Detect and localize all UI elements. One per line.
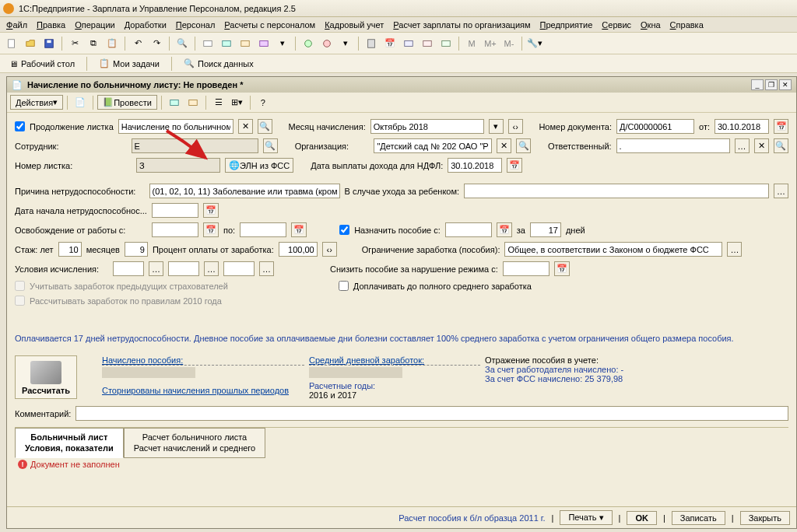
reason-field[interactable] [149,184,340,198]
print-button[interactable]: Печать ▾ [560,510,612,525]
menu-enterprise[interactable]: Предприятие [540,20,593,30]
reduce-field[interactable] [503,261,549,276]
tb-mminus[interactable]: M- [500,35,518,52]
maximize-button[interactable]: ❐ [765,79,778,90]
cond2-more[interactable]: … [204,261,219,276]
menu-edit[interactable]: Правка [37,20,65,30]
actions-dropdown[interactable]: Действия ▾ [10,95,63,110]
tb-a5[interactable]: ▾ [274,35,291,52]
responsible-lookup[interactable]: 🔍 [774,138,788,153]
tb-b1[interactable] [300,35,317,52]
tb-a3[interactable] [237,35,254,52]
tb-cut[interactable]: ✂ [66,35,83,52]
employee-lookup[interactable]: 🔍 [263,138,278,153]
menu-addons[interactable]: Доработки [125,20,167,30]
release-to-field[interactable] [240,222,286,237]
tb-tree[interactable]: ⊞▾ [229,94,246,111]
tb-d1[interactable] [166,94,183,111]
tb-paste[interactable]: 📋 [104,35,121,52]
month-field[interactable] [370,119,484,134]
cond3-more[interactable]: … [259,261,274,276]
month-dropdown[interactable]: ▾ [489,119,504,134]
reduce-cal[interactable]: 📅 [554,261,570,276]
tab-calculation[interactable]: Расчет больничного листа Расчет начислен… [124,428,266,458]
tab-tasks[interactable]: 📋Мои задачи [93,57,166,70]
org-field[interactable] [374,138,492,153]
eln-button[interactable]: 🌐 ЭЛН из ФСС [225,158,293,173]
stazh-years-field[interactable] [58,242,82,257]
release-from-cal[interactable]: 📅 [203,222,219,237]
release-from-field[interactable] [152,222,198,237]
menu-hr[interactable]: Кадровый учет [325,20,384,30]
continuation-lookup[interactable]: 🔍 [258,119,272,134]
org-lookup[interactable]: 🔍 [516,138,531,153]
tb-a1[interactable] [199,35,216,52]
ndfl-field[interactable] [448,158,502,173]
tb-d2[interactable] [184,94,202,111]
docnum-field[interactable] [616,119,694,134]
responsible-field[interactable] [616,138,730,153]
limit-field[interactable] [504,242,722,257]
limit-more[interactable]: … [727,242,742,257]
tb-find[interactable]: 🔍 [174,35,191,52]
tb-docnew[interactable]: 📄 [72,94,89,111]
responsible-more[interactable]: … [735,138,750,153]
tab-sick-leave[interactable]: Больничный лист Условия, показатели [15,428,124,458]
tb-a4[interactable] [255,35,272,52]
tb-wrench[interactable]: 🔧▾ [526,35,543,52]
save-button[interactable]: Записать [672,511,725,525]
from-calendar[interactable]: 📅 [774,119,788,134]
release-to-cal[interactable]: 📅 [291,222,307,237]
close-doc-button[interactable]: Закрыть [740,511,790,525]
assign-cal[interactable]: 📅 [497,222,512,237]
ndfl-calendar[interactable]: 📅 [507,158,522,173]
tb-help[interactable]: ? [255,94,272,111]
start-calendar[interactable]: 📅 [203,203,219,218]
from-field[interactable] [714,119,769,134]
close-button[interactable]: ✕ [779,79,792,90]
cond2-field[interactable] [168,261,199,276]
child-field[interactable] [464,184,769,198]
tb-c3[interactable] [437,35,455,52]
sheet-field[interactable] [136,158,220,173]
tb-copy[interactable]: ⧉ [85,35,102,52]
menu-help[interactable]: Справка [670,20,704,30]
tb-save[interactable] [40,35,58,52]
assign-field[interactable] [445,222,492,237]
tb-list[interactable]: ☰ [210,94,227,111]
tb-b3[interactable]: ▾ [337,35,354,52]
tb-undo[interactable]: ↶ [129,35,146,52]
minimize-button[interactable]: _ [751,79,764,90]
calculate-button[interactable]: Рассчитать [15,355,77,399]
org-clear[interactable]: ✕ [497,138,511,153]
employee-field[interactable] [132,138,258,153]
tb-new[interactable] [3,35,20,52]
cond1-field[interactable] [113,261,144,276]
child-more[interactable]: … [774,184,788,198]
storno-link[interactable]: Сторнированы начисления прошлых периодов [102,386,304,395]
menu-personnel[interactable]: Персонал [176,20,216,30]
continuation-checkbox[interactable] [15,121,25,131]
conduct-button[interactable]: 📗 Провести [97,95,157,110]
comment-field[interactable] [75,406,788,421]
days-field[interactable] [530,222,561,237]
stazh-months-field[interactable] [125,242,148,257]
menu-service[interactable]: Сервис [602,20,631,30]
tb-m[interactable]: M [463,35,480,52]
menu-salary[interactable]: Расчет зарплаты по организациям [393,20,530,30]
avg-daily-link[interactable]: Средний дневной заработок: [309,355,480,366]
tb-cal[interactable]: 📅 [381,35,398,52]
tb-redo[interactable]: ↷ [148,35,165,52]
cond3-field[interactable] [223,261,255,276]
tab-search[interactable]: 🔍Поиск данных [177,57,260,70]
tb-open[interactable] [22,35,39,52]
tab-desktop[interactable]: 🖥Рабочий стол [3,58,81,70]
full-avg-checkbox[interactable] [339,281,349,291]
tb-mplus[interactable]: M+ [482,35,499,52]
continuation-clear[interactable]: ✕ [238,119,253,134]
tb-a2[interactable] [218,35,235,52]
responsible-clear[interactable]: ✕ [754,138,769,153]
menu-windows[interactable]: Окна [641,20,661,30]
tb-calc[interactable] [363,35,380,52]
menu-payroll[interactable]: Расчеты с персоналом [224,20,315,30]
